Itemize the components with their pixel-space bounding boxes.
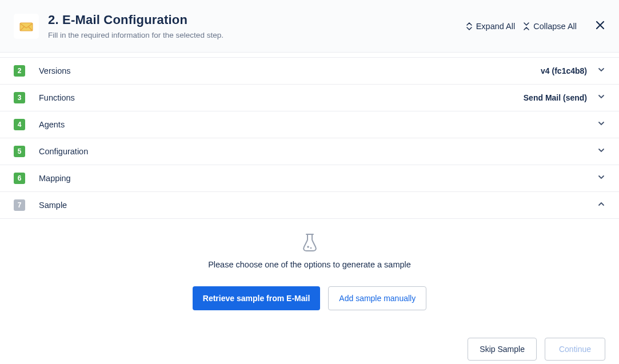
section-value: v4 (fc1c4b8) <box>541 66 587 75</box>
section-label: Sample <box>39 201 587 210</box>
chevron-down-icon <box>597 173 605 183</box>
header-text: 2. E-Mail Configuration Fill in the requ… <box>48 13 466 39</box>
step-number: 7 <box>14 199 25 211</box>
section-label: Configuration <box>39 147 587 156</box>
step-number: 4 <box>14 119 25 130</box>
section-value: Send Mail (send) <box>524 93 587 102</box>
config-header: 2. E-Mail Configuration Fill in the requ… <box>0 0 619 53</box>
step-number: 3 <box>14 92 25 103</box>
chevron-down-icon <box>597 119 605 130</box>
add-sample-button[interactable]: Add sample manually <box>328 286 426 310</box>
collapse-all-label: Collapse All <box>533 22 577 31</box>
continue-button[interactable]: Continue <box>545 338 605 361</box>
page-title: 2. E-Mail Configuration <box>48 13 466 27</box>
chevron-down-icon <box>597 66 605 76</box>
section-label: Mapping <box>39 174 587 183</box>
section-row-functions[interactable]: 3 Functions Send Mail (send) <box>0 85 619 111</box>
skip-sample-button[interactable]: Skip Sample <box>468 338 537 361</box>
section-row-sample[interactable]: 7 Sample <box>0 192 619 219</box>
svg-point-3 <box>310 247 312 249</box>
chevron-down-icon <box>597 146 605 157</box>
section-label: Versions <box>39 66 541 75</box>
header-actions: Expand All Collapse All <box>466 20 605 32</box>
email-icon <box>14 14 39 39</box>
close-icon <box>595 20 605 30</box>
step-number: 5 <box>14 146 25 157</box>
chevron-down-icon <box>597 93 605 103</box>
expand-icon <box>466 22 473 30</box>
step-number: 6 <box>14 173 25 184</box>
sample-buttons: Retrieve sample from E-Mail Add sample m… <box>14 286 605 310</box>
section-row-agents[interactable]: 4 Agents <box>0 111 619 138</box>
retrieve-sample-button[interactable]: Retrieve sample from E-Mail <box>193 286 321 310</box>
sample-prompt-text: Please choose one of the options to gene… <box>14 260 605 269</box>
page-subtitle: Fill in the required information for the… <box>48 31 466 39</box>
chevron-up-icon <box>597 200 605 210</box>
footer-actions: Skip Sample Continue <box>0 333 619 364</box>
flask-icon <box>301 233 318 252</box>
section-list: 2 Versions v4 (fc1c4b8) 3 Functions Send… <box>0 57 619 219</box>
section-row-versions[interactable]: 2 Versions v4 (fc1c4b8) <box>0 57 619 85</box>
step-number: 2 <box>14 65 25 77</box>
collapse-icon <box>523 22 530 30</box>
section-label: Functions <box>39 93 524 102</box>
sample-panel: Please choose one of the options to gene… <box>0 219 619 333</box>
section-label: Agents <box>39 120 587 129</box>
close-button[interactable] <box>595 20 605 32</box>
expand-all-button[interactable]: Expand All <box>466 22 516 31</box>
section-row-configuration[interactable]: 5 Configuration <box>0 138 619 165</box>
expand-all-label: Expand All <box>476 22 516 31</box>
section-row-mapping[interactable]: 6 Mapping <box>0 165 619 192</box>
svg-rect-0 <box>20 23 33 31</box>
collapse-all-button[interactable]: Collapse All <box>523 22 577 31</box>
svg-point-2 <box>307 246 309 248</box>
